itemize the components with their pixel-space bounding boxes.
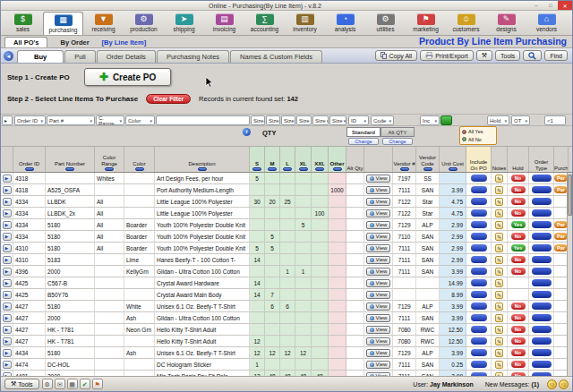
tab-buy[interactable]: Buy <box>17 50 64 63</box>
hold-pill[interactable]: No <box>511 256 526 263</box>
include-on-po-pill[interactable] <box>471 186 487 193</box>
qty-cell[interactable]: 6 <box>280 301 295 312</box>
qty-cell[interactable] <box>250 184 265 196</box>
view-button[interactable]: View <box>366 279 391 287</box>
include-on-po-pill[interactable] <box>471 221 487 228</box>
view-button[interactable]: View <box>366 314 391 322</box>
qty-cell[interactable] <box>329 196 346 208</box>
qty-cell[interactable] <box>265 184 280 196</box>
qty-cell[interactable] <box>265 324 280 336</box>
column-header[interactable]: Vendor # <box>393 147 416 172</box>
column-header[interactable]: M <box>265 147 280 172</box>
column-header[interactable]: XXL <box>312 147 329 172</box>
search-button[interactable] <box>523 50 542 61</box>
order-type-pill[interactable] <box>532 209 552 217</box>
row-expand-button[interactable]: ▶ <box>3 326 12 334</box>
sort-button[interactable] <box>198 167 207 171</box>
all-yes-option[interactable]: All Yes <box>462 129 494 134</box>
find-button[interactable]: Find <box>544 50 568 61</box>
qty-cell[interactable] <box>295 196 312 208</box>
module-vendors[interactable]: ⌂vendors <box>526 12 567 35</box>
notes-icon[interactable]: ✎ <box>495 291 503 299</box>
filter-box[interactable]: Size▾ <box>251 115 265 125</box>
change-standard-button[interactable]: Change <box>348 138 379 145</box>
row-expand-button[interactable]: ▶ <box>3 221 12 229</box>
unit-cost-cell[interactable]: 4.75 <box>440 196 466 208</box>
sort-button[interactable] <box>135 167 144 171</box>
vertical-scrollbar[interactable] <box>567 173 572 376</box>
filter-box[interactable]: <1 <box>544 115 566 125</box>
notes-icon[interactable]: ✎ <box>495 268 503 276</box>
include-on-po-pill[interactable] <box>471 291 487 298</box>
row-expand-button[interactable]: ▶ <box>3 268 12 276</box>
qty-cell[interactable]: 12 <box>295 347 312 359</box>
sort-button[interactable] <box>25 167 34 171</box>
hold-pill[interactable]: No <box>511 337 526 345</box>
module-accounting[interactable]: ∑accounting <box>244 12 285 35</box>
qty-cell[interactable] <box>312 301 329 312</box>
column-header[interactable]: Purch <box>554 147 569 172</box>
qty-cell[interactable]: 12 <box>265 347 280 359</box>
unit-cost-cell[interactable]: 4.75 <box>440 208 466 219</box>
order-type-pill[interactable] <box>532 233 552 240</box>
filter-box[interactable] <box>440 115 452 125</box>
row-expand-button[interactable]: ▶ <box>3 198 12 206</box>
column-header[interactable]: Order Type <box>529 147 554 172</box>
view-button[interactable]: View <box>366 349 391 357</box>
close-button[interactable]: ✕ <box>558 1 572 10</box>
order-type-pill[interactable] <box>532 221 552 228</box>
order-type-pill[interactable] <box>532 303 552 310</box>
unit-cost-cell[interactable]: 2.99 <box>440 254 466 266</box>
tools-button[interactable]: Tools <box>495 50 520 61</box>
qty-cell[interactable]: 6 <box>265 301 280 312</box>
status-messages[interactable]: New Messages: (1) <box>485 381 539 388</box>
order-type-pill[interactable] <box>532 361 552 368</box>
include-on-po-pill[interactable] <box>471 349 487 356</box>
row-expand-button[interactable]: ▶ <box>3 256 12 264</box>
qty-cell[interactable] <box>312 336 329 347</box>
qty-cell[interactable] <box>295 243 312 254</box>
qty-cell[interactable] <box>280 324 295 336</box>
order-type-pill[interactable] <box>532 291 552 298</box>
qty-cell[interactable] <box>312 266 329 277</box>
include-on-po-pill[interactable] <box>471 361 487 368</box>
qty-cell[interactable] <box>280 219 295 231</box>
qty-cell[interactable]: 100 <box>312 208 329 219</box>
include-on-po-pill[interactable] <box>471 175 487 182</box>
qty-cell[interactable] <box>312 277 329 289</box>
qty-cell[interactable] <box>265 277 280 289</box>
module-marketing[interactable]: ⚑marketing <box>406 12 446 35</box>
hold-pill[interactable]: Yes <box>511 244 526 251</box>
notes-icon[interactable]: ✎ <box>495 326 503 334</box>
filter-box[interactable]: Size▾ <box>329 115 346 125</box>
include-on-po-pill[interactable] <box>471 314 487 321</box>
qty-cell[interactable]: 1 <box>280 266 295 277</box>
notes-icon[interactable]: ✎ <box>495 221 503 229</box>
tab-all-pos[interactable]: All PO's <box>4 37 47 47</box>
qty-cell[interactable]: 5 <box>250 243 265 254</box>
alt-qty-cell[interactable] <box>346 231 364 243</box>
column-header[interactable]: Notes <box>492 147 508 172</box>
order-type-pill[interactable] <box>532 279 552 286</box>
qty-cell[interactable] <box>329 324 346 336</box>
flag-icon[interactable]: ⚑ <box>92 379 103 389</box>
qty-cell[interactable] <box>312 312 329 324</box>
sort-button[interactable] <box>400 167 409 171</box>
column-header[interactable]: S <box>250 147 265 172</box>
order-type-pill[interactable] <box>532 337 552 345</box>
column-header[interactable]: L <box>280 147 295 172</box>
view-button[interactable]: View <box>366 326 391 334</box>
qty-cell[interactable] <box>312 219 329 231</box>
qty-cell[interactable]: 5 <box>265 243 280 254</box>
view-button[interactable]: View <box>366 303 391 311</box>
tab-order-details[interactable]: Order Details <box>97 50 156 63</box>
qty-cell[interactable] <box>312 347 329 359</box>
module-sales[interactable]: $sales <box>3 12 43 35</box>
module-designs[interactable]: ✎designs <box>486 12 526 35</box>
qty-cell[interactable] <box>329 277 346 289</box>
module-analysis[interactable]: ◔analysis <box>325 12 365 35</box>
qty-cell[interactable] <box>265 312 280 324</box>
qty-cell[interactable] <box>329 336 346 347</box>
qty-cell[interactable] <box>250 324 265 336</box>
qty-cell[interactable] <box>329 219 346 231</box>
